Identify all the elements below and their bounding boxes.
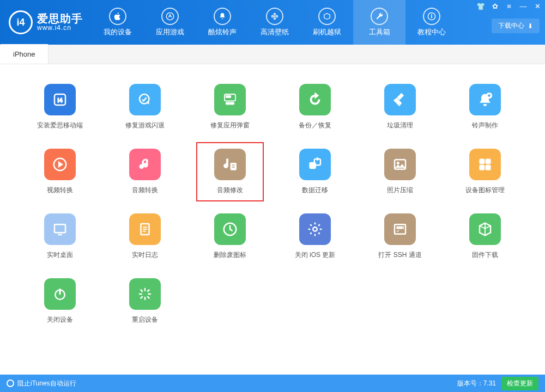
svg-text:SSH: SSH (397, 225, 404, 229)
nav-label: 工具箱 (369, 27, 390, 37)
toolbox-content: i4 安装爱思移动端 修复游戏闪退 修复应用弹窗 备份／恢复 垃圾清理 铃声制作… (0, 64, 545, 375)
svg-rect-24 (55, 224, 65, 232)
tool-label: 关闭 iOS 更新 (295, 250, 336, 260)
play-icon (44, 149, 76, 180)
appleid-icon (214, 84, 246, 115)
menu-icon[interactable]: ≡ (505, 2, 513, 10)
doc-icon (129, 213, 161, 245)
block-itunes-toggle[interactable]: 阻止iTunes自动运行 (7, 379, 76, 388)
status-bar: 阻止iTunes自动运行 版本号：7.31 检查更新 (0, 375, 545, 392)
nav-label: 教程中心 (417, 27, 446, 37)
tool-firmware-dl[interactable]: 固件下载 (448, 213, 522, 260)
svg-point-4 (271, 15, 273, 17)
grid4-icon (469, 149, 501, 180)
photo-icon (384, 149, 416, 180)
tool-shutdown[interactable]: 关闭设备 (23, 278, 97, 324)
download-center-label: 下载中心 (498, 21, 524, 30)
tool-backup-restore[interactable]: 备份／恢复 (278, 84, 352, 130)
tool-label: 重启设备 (132, 315, 158, 324)
cube-icon (469, 213, 501, 245)
tool-photo-compress[interactable]: 照片压缩 (363, 149, 437, 195)
bell-icon (214, 8, 231, 25)
tool-live-log[interactable]: 实时日志 (108, 213, 182, 260)
toggle-icon (7, 379, 14, 387)
svg-point-19 (397, 162, 399, 164)
tool-ringtone-maker[interactable]: 铃声制作 (448, 84, 522, 130)
tool-label: 固件下载 (472, 250, 498, 260)
tool-label: 关闭设备 (47, 315, 73, 324)
nav-label: 酷炫铃声 (208, 27, 237, 37)
nav-label: 我的设备 (104, 27, 132, 37)
download-icon: ⬇ (528, 22, 533, 30)
nav-label: 应用游戏 (156, 27, 184, 37)
flower-icon (266, 8, 283, 25)
tool-install-mobile[interactable]: i4 安装爱思移动端 (23, 84, 97, 130)
svg-rect-15 (231, 163, 236, 170)
migrate-icon (299, 149, 331, 180)
tool-close-ios-update[interactable]: 关闭 iOS 更新 (278, 213, 352, 260)
window-controls: 👕 ✿ ≡ — ✕ (476, 2, 542, 10)
version-text: 版本号：7.31 (457, 379, 496, 388)
tool-data-migrate[interactable]: 数据迁移 (278, 149, 352, 195)
tool-label: 打开 SSH 通道 (378, 250, 421, 260)
nav-apps-games[interactable]: 应用游戏 (144, 0, 196, 45)
svg-rect-11 (226, 96, 231, 98)
tool-live-desktop[interactable]: 实时桌面 (23, 213, 97, 260)
tool-clean-junk[interactable]: 垃圾清理 (363, 84, 437, 130)
brand-block: i4 爱思助手 www.i4.cn (0, 0, 92, 45)
brand-name: 爱思助手 (37, 13, 83, 24)
tool-video-convert[interactable]: 视频转换 (23, 149, 97, 195)
power-icon (44, 278, 76, 310)
check-update-button[interactable]: 检查更新 (501, 377, 538, 390)
nav-flash[interactable]: 刷机越狱 (301, 0, 353, 45)
close-button[interactable]: ✕ (533, 2, 542, 10)
nav-ringtones[interactable]: 酷炫铃声 (196, 0, 249, 45)
restore-icon (299, 84, 331, 115)
nav-wallpapers[interactable]: 高清壁纸 (249, 0, 301, 45)
tool-label: 备份／恢复 (299, 121, 331, 130)
svg-text:i4: i4 (57, 97, 63, 103)
minimize-button[interactable]: — (519, 2, 528, 10)
tool-label: 垃圾清理 (387, 121, 413, 130)
tool-icon-manage[interactable]: 设备图标管理 (448, 149, 522, 195)
nav-toolbox[interactable]: 工具箱 (353, 0, 405, 45)
tool-label: 音频修改 (217, 186, 243, 195)
tool-label: 修复应用弹窗 (210, 121, 250, 130)
tool-fix-popup[interactable]: 修复应用弹窗 (193, 84, 267, 130)
tool-audio-convert[interactable]: 音频转换 (108, 149, 182, 195)
tool-label: 数据迁移 (302, 186, 328, 195)
nav-my-device[interactable]: 我的设备 (92, 0, 144, 45)
brand-sub: www.i4.cn (37, 24, 83, 32)
bellplus-icon (469, 84, 501, 115)
tab-iphone[interactable]: iPhone (0, 44, 49, 64)
tool-label: 照片压缩 (387, 186, 413, 195)
download-center-button[interactable]: 下载中心 ⬇ (492, 19, 540, 33)
svg-rect-21 (486, 159, 491, 164)
svg-point-2 (274, 13, 275, 15)
app-header: i4 爱思助手 www.i4.cn 我的设备 应用游戏 酷炫铃声 高清壁纸 刷机… (0, 0, 545, 45)
svg-point-27 (313, 227, 317, 231)
tool-label: 铃声制作 (472, 121, 498, 130)
tool-open-ssh[interactable]: SSH 打开 SSH 通道 (363, 213, 437, 260)
box-icon (318, 8, 336, 25)
tool-reboot[interactable]: 重启设备 (108, 278, 182, 324)
settings-icon[interactable]: ✿ (491, 2, 499, 10)
broom-icon (384, 84, 416, 115)
tool-audio-modify[interactable]: 音频修改 (193, 149, 267, 195)
note-icon (129, 149, 161, 180)
skin-icon[interactable]: 👕 (476, 2, 485, 10)
wrench-icon (371, 8, 388, 25)
apple-icon (109, 8, 126, 25)
appstore-icon (161, 8, 179, 25)
brand-logo: i4 (9, 10, 33, 34)
nav-label: 高清壁纸 (261, 27, 289, 37)
tool-fix-game-crash[interactable]: 修复游戏闪退 (108, 84, 182, 130)
tool-delete-junk-icons[interactable]: 删除废图标 (193, 213, 267, 260)
tool-label: 音频转换 (132, 186, 158, 195)
block-itunes-label: 阻止iTunes自动运行 (17, 379, 76, 388)
clock-icon (214, 213, 246, 245)
spinner-icon (129, 278, 161, 310)
nav-tutorials[interactable]: 教程中心 (405, 0, 458, 45)
svg-rect-20 (480, 159, 485, 164)
tool-label: 安装爱思移动端 (37, 121, 83, 130)
